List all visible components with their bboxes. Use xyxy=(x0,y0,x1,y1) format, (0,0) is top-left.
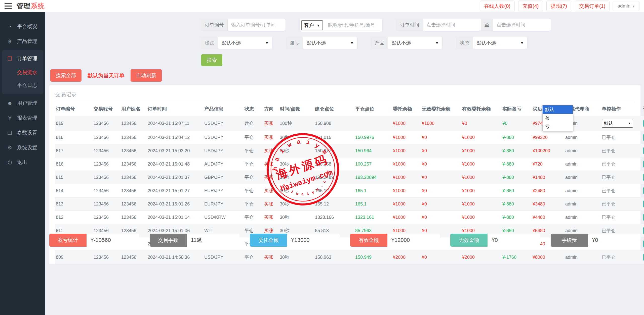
status-select[interactable]: 默认不选▼ xyxy=(473,37,527,49)
control-select[interactable]: 默认▼ xyxy=(602,119,633,128)
chevron-down-icon: ▼ xyxy=(265,41,269,45)
sidebar-item-平台概况[interactable]: ◔平台概况 xyxy=(0,19,45,34)
cell-open: 151.015 xyxy=(314,131,354,144)
search-button[interactable]: 搜索 xyxy=(201,54,222,66)
column-header-有效委托余额: 有效委托余额 xyxy=(461,102,501,116)
summary-交易手数: 交易手数11笔 xyxy=(150,234,239,247)
cell-close: 100.257 xyxy=(354,158,392,171)
filter-product: 产品 默认不选▼ xyxy=(371,37,442,49)
cell-control: 已平仓 xyxy=(601,131,642,144)
cell-time: 2024-03-21 15:03:20 xyxy=(147,144,203,158)
cell-close: 150.949 xyxy=(354,251,392,264)
cell-name: 123456 xyxy=(120,116,147,131)
auto-refresh-button[interactable]: 自动刷新 xyxy=(131,69,162,82)
cell-invalid: ¥0 xyxy=(421,251,461,264)
cell-agent: admin xyxy=(564,144,601,158)
cell-valid: ¥1000 xyxy=(461,171,501,184)
cell-duration: 180秒 xyxy=(279,116,314,131)
sidebar-item-报表管理[interactable]: ¥报表管理 xyxy=(0,111,45,125)
sidebar-subitem-平仓日志[interactable]: 平仓日志 xyxy=(2,79,43,92)
chevron-down-icon: ▼ xyxy=(317,24,320,27)
profit-value: 默认不选 xyxy=(307,40,326,46)
user-menu[interactable]: admin▼ xyxy=(613,1,639,11)
customer-input[interactable] xyxy=(325,19,382,32)
filter-customer: 客户▼ xyxy=(300,19,382,32)
cell-control: 默认▼ xyxy=(601,116,642,131)
cell-id: 813 xyxy=(55,197,93,211)
customer-type-select[interactable]: 客户▼ xyxy=(301,20,323,30)
cell-status: 平仓 xyxy=(244,211,263,224)
product-value: 默认不选 xyxy=(392,40,411,46)
cell-open: 150.908 xyxy=(314,116,354,131)
cell-status: 建仓 xyxy=(244,116,263,131)
time-to-input[interactable] xyxy=(493,19,551,31)
cell-after: ¥720 xyxy=(532,158,564,171)
chevron-down-icon: ▼ xyxy=(632,5,635,8)
sidebar-item-订单管理[interactable]: ❐订单管理 xyxy=(2,51,43,66)
time-from-input[interactable] xyxy=(423,19,481,31)
top-link-1[interactable]: 充值(4) xyxy=(518,1,543,12)
filter-status: 状态 默认不选▼ xyxy=(456,37,527,49)
product-select[interactable]: 默认不选▼ xyxy=(388,37,442,49)
cell-status: 平仓 xyxy=(244,251,263,264)
cell-close: 165.1 xyxy=(354,197,392,211)
cell-product: EUR/JPY xyxy=(203,184,244,197)
summary-value: ¥13000 xyxy=(287,234,340,247)
summary-value: ¥0 xyxy=(488,234,540,247)
cell-duration: 30秒 xyxy=(279,144,314,158)
summary-value: ¥0 xyxy=(588,234,640,247)
cell-name: 123456 xyxy=(120,131,147,144)
summary-label: 交易手数 xyxy=(150,234,187,247)
brand-accent: 系统 xyxy=(31,2,45,10)
status-value: 默认不选 xyxy=(477,40,496,46)
sidebar-item-退出[interactable]: ⏻退出 xyxy=(0,155,45,170)
search-all-button[interactable]: 搜索全部 xyxy=(50,69,82,82)
dropdown-option-盈[interactable]: 盈 xyxy=(543,114,573,122)
cell-duration: 30秒 xyxy=(279,171,314,184)
sidebar-item-参数设置[interactable]: ❐参数设置 xyxy=(0,125,45,140)
cell-control: 已平仓 xyxy=(601,158,642,171)
cell-product: USD/JPY xyxy=(203,251,244,264)
cell-profit: ¥-1760 xyxy=(501,251,532,264)
sidebar-item-产品管理[interactable]: ฿产品管理 xyxy=(0,34,45,49)
sidebar-item-用户管理[interactable]: ☻用户管理 xyxy=(0,96,45,111)
order-no-input[interactable] xyxy=(228,19,286,31)
column-header-详情: 详情 xyxy=(642,102,644,116)
sidebar-item-系统设置[interactable]: ⚙系统设置 xyxy=(0,140,45,155)
cell-open: 1323.166 xyxy=(314,211,354,224)
cell-agent: admin xyxy=(564,251,601,264)
cell-id: 818 xyxy=(55,131,93,144)
table-row: 8131234561234562024-03-21 15:01:26EUR/JP… xyxy=(55,197,644,211)
top-link-3[interactable]: 交易订单(1) xyxy=(575,1,610,12)
filter-panel: 订单编号 客户▼ 订单时间 至 涨跌 xyxy=(201,19,574,72)
cell-profit: ¥0 xyxy=(501,116,532,131)
cell-invalid: ¥0 xyxy=(421,184,461,197)
hamburger-menu-icon[interactable] xyxy=(5,2,12,10)
updown-select[interactable]: 默认不选▼ xyxy=(218,37,272,49)
sidebar-item-label: 参数设置 xyxy=(17,129,37,136)
cell-status: 平仓 xyxy=(244,144,263,158)
dropdown-option-默认[interactable]: 默认 xyxy=(543,105,573,114)
cell-close xyxy=(354,116,392,131)
cell-profit: ¥-880 xyxy=(501,144,532,158)
top-link-2[interactable]: 提现(7) xyxy=(546,1,571,12)
dropdown-option-亏[interactable]: 亏 xyxy=(543,122,573,131)
cell-agent: admin xyxy=(564,131,601,144)
cell-close: 150.9976 xyxy=(354,131,392,144)
cell-account: 123456 xyxy=(93,197,120,211)
summary-label: 手续费 xyxy=(551,234,588,247)
top-header: 管理系统 在线人数(0)充值(4)提现(7)交易订单(1) admin▼ xyxy=(0,0,644,12)
column-header-订单时间: 订单时间 xyxy=(147,102,203,116)
top-link-0[interactable]: 在线人数(0) xyxy=(480,1,515,12)
cell-id: 812 xyxy=(55,211,93,224)
profit-select[interactable]: 默认不选▼ xyxy=(303,37,357,49)
profit-label: 盈亏 xyxy=(286,37,303,49)
filter-order-no: 订单编号 xyxy=(201,19,286,31)
sidebar-item-label: 用户管理 xyxy=(17,100,37,107)
admin-page: 管理系统 在线人数(0)充值(4)提现(7)交易订单(1) admin▼ ◔平台… xyxy=(0,0,644,315)
cell-direction: 买涨 xyxy=(263,158,279,171)
card-title: 交易记录 xyxy=(55,90,635,102)
summary-value: ¥12000 xyxy=(387,234,440,247)
table-row: 8181234561234562024-03-21 15:04:12USD/JP… xyxy=(55,131,644,144)
sidebar-subitem-交易流水[interactable]: 交易流水 xyxy=(2,66,43,79)
